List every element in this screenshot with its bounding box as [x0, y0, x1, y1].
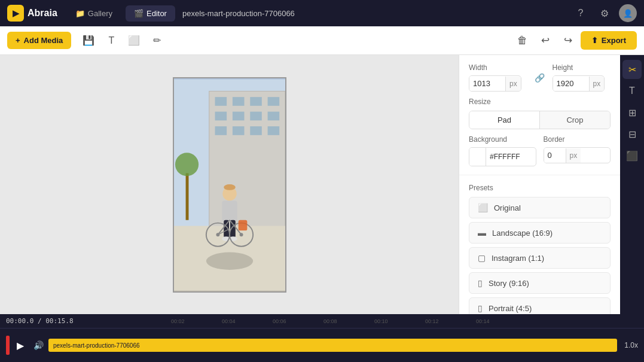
- sidebar-crop-button[interactable]: ✂: [622, 60, 642, 79]
- right-panel: Width px 🔗 Height px: [459, 55, 620, 314]
- svg-rect-10: [215, 126, 227, 135]
- background-label: Background: [469, 135, 536, 144]
- border-input[interactable]: [544, 148, 566, 163]
- file-name: pexels-mart-production-7706066: [182, 9, 295, 18]
- video-svg: [174, 77, 285, 293]
- border-label: Border: [544, 135, 611, 144]
- height-input-group: px: [553, 75, 611, 92]
- bottom-area: 00:00.0 / 00:15.8 00:02 00:04 00:06 00:0…: [0, 314, 644, 362]
- border-group: Border px: [544, 135, 611, 166]
- svg-rect-31: [185, 173, 188, 220]
- preset-instagram-label: Instagram (1:1): [492, 254, 544, 263]
- resize-label: Resize: [469, 98, 611, 106]
- preset-story-button[interactable]: ▯ Story (9:16): [469, 272, 611, 294]
- sidebar-adjust-button[interactable]: ⊟: [622, 124, 642, 144]
- add-media-button[interactable]: + Add Media: [7, 32, 71, 49]
- preset-story-label: Story (9:16): [489, 279, 529, 288]
- sidebar-text-button[interactable]: T: [622, 81, 642, 101]
- border-unit: px: [566, 148, 581, 163]
- svg-point-15: [206, 252, 252, 269]
- track-bar[interactable]: pexels-mart-production-7706066: [48, 339, 617, 352]
- story-preset-icon: ▯: [478, 278, 483, 288]
- gallery-tab[interactable]: 📁 Gallery: [67, 5, 121, 22]
- delete-button[interactable]: 🗑: [512, 31, 533, 51]
- bg-border-row: Background #FFFFFF Border px: [469, 135, 611, 166]
- svg-rect-8: [250, 111, 262, 120]
- help-button[interactable]: ?: [571, 4, 590, 23]
- logo: ▶ Abraia: [7, 5, 57, 22]
- preset-landscape-button[interactable]: ▬ Landscape (16:9): [469, 222, 611, 244]
- speed-display[interactable]: 1.0x: [624, 341, 638, 349]
- redo-button[interactable]: ↪: [558, 31, 578, 51]
- text-tool-button[interactable]: T: [101, 31, 121, 51]
- pad-button[interactable]: Pad: [469, 111, 540, 129]
- svg-rect-9: [267, 111, 279, 120]
- export-label: Export: [602, 36, 626, 45]
- volume-icon[interactable]: 🔊: [33, 340, 44, 350]
- editor-tab[interactable]: 🎬 Editor: [126, 5, 175, 22]
- instagram-preset-icon: ▢: [478, 253, 486, 263]
- logo-icon: ▶: [7, 5, 24, 22]
- width-label: Width: [469, 63, 527, 72]
- crop-button[interactable]: Crop: [540, 111, 610, 129]
- height-group: Height px: [553, 63, 611, 92]
- save-tool-button[interactable]: 💾: [78, 31, 99, 51]
- bg-color-wrap: #FFFFFF: [469, 147, 536, 166]
- preset-portrait-label: Portrait (4:5): [489, 304, 532, 313]
- track-name: pexels-mart-production-7706066: [53, 342, 140, 349]
- height-input-wrap: px: [553, 75, 605, 92]
- height-input[interactable]: [553, 76, 589, 91]
- height-label: Height: [553, 63, 611, 72]
- right-sidebar: ✂ T ⊞ ⊟ ⬛: [620, 55, 644, 314]
- presets-label: Presets: [469, 184, 611, 192]
- app-name: Abraia: [28, 8, 57, 19]
- timeline-track-area: ▶ 🔊 pexels-mart-production-7706066 1.0x: [0, 328, 644, 362]
- draw-tool-button[interactable]: ✏: [146, 31, 167, 51]
- preset-portrait-button[interactable]: ▯ Portrait (4:5): [469, 297, 611, 314]
- export-icon: ⬆: [591, 36, 598, 45]
- width-group: Width px: [469, 63, 527, 92]
- background-group: Background #FFFFFF: [469, 135, 536, 166]
- svg-rect-12: [250, 126, 262, 135]
- play-button[interactable]: ▶: [12, 337, 29, 354]
- folder-icon: 📁: [75, 9, 85, 18]
- gallery-tab-label: Gallery: [88, 9, 112, 18]
- original-preset-icon: ⬜: [478, 203, 488, 212]
- border-input-wrap: px: [544, 147, 611, 163]
- preset-original-button[interactable]: ⬜ Original: [469, 197, 611, 218]
- undo-button[interactable]: ↩: [535, 31, 556, 51]
- plus-icon: +: [16, 36, 20, 45]
- width-unit: px: [505, 77, 521, 91]
- main-area: Width px 🔗 Height px: [0, 55, 644, 314]
- sidebar-elements-button[interactable]: ⊞: [622, 103, 642, 122]
- settings-button[interactable]: ⚙: [595, 4, 614, 23]
- svg-rect-4: [250, 97, 262, 106]
- editor-tab-label: Editor: [146, 9, 167, 18]
- rectangle-tool-button[interactable]: ⬜: [124, 31, 144, 51]
- timeline-header: 00:00.0 / 00:15.8 00:02 00:04 00:06 00:0…: [0, 314, 644, 328]
- width-input-group: px: [469, 75, 527, 92]
- canvas-area: [0, 55, 459, 314]
- svg-rect-11: [232, 126, 244, 135]
- bg-color-swatch[interactable]: [469, 148, 486, 166]
- editor-icon: 🎬: [134, 9, 144, 18]
- resize-buttons: Pad Crop: [469, 111, 611, 129]
- preset-instagram-button[interactable]: ▢ Instagram (1:1): [469, 247, 611, 269]
- export-button[interactable]: ⬆ Export: [581, 31, 637, 50]
- sidebar-export-button[interactable]: ⬛: [622, 146, 642, 165]
- landscape-preset-icon: ▬: [478, 228, 486, 238]
- avatar[interactable]: 👤: [619, 4, 637, 22]
- time-display: 00:00.0 / 00:15.8: [6, 317, 74, 325]
- svg-rect-6: [215, 111, 227, 120]
- bg-color-text[interactable]: #FFFFFF: [486, 150, 536, 164]
- preset-original-label: Original: [494, 203, 521, 212]
- preset-landscape-label: Landscape (16:9): [492, 229, 553, 238]
- height-unit: px: [589, 77, 605, 91]
- svg-rect-13: [267, 126, 279, 135]
- svg-rect-2: [215, 97, 227, 106]
- width-input[interactable]: [469, 76, 505, 91]
- link-dimensions-icon[interactable]: 🔗: [533, 71, 547, 84]
- portrait-preset-icon: ▯: [478, 303, 483, 313]
- video-preview: [173, 77, 286, 293]
- svg-rect-30: [238, 220, 247, 230]
